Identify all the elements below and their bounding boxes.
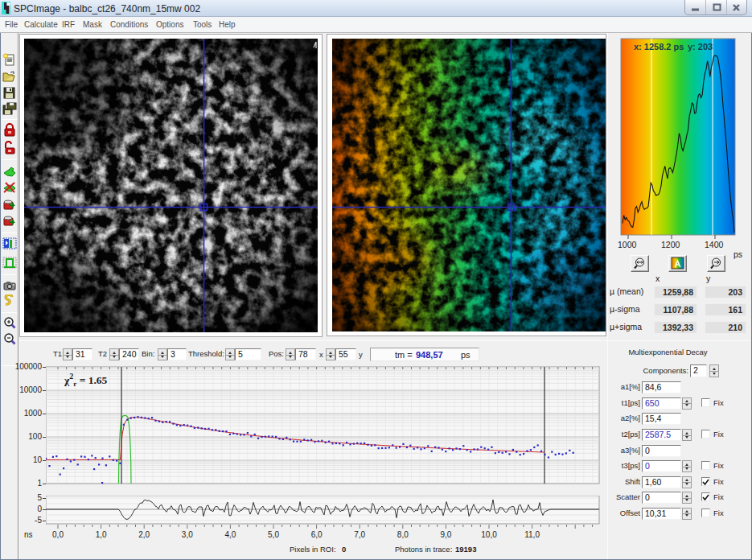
svg-text:x: 1258.2 ps: x: 1258.2 ps bbox=[634, 42, 684, 51]
svg-text:y: 203: y: 203 bbox=[688, 42, 713, 51]
